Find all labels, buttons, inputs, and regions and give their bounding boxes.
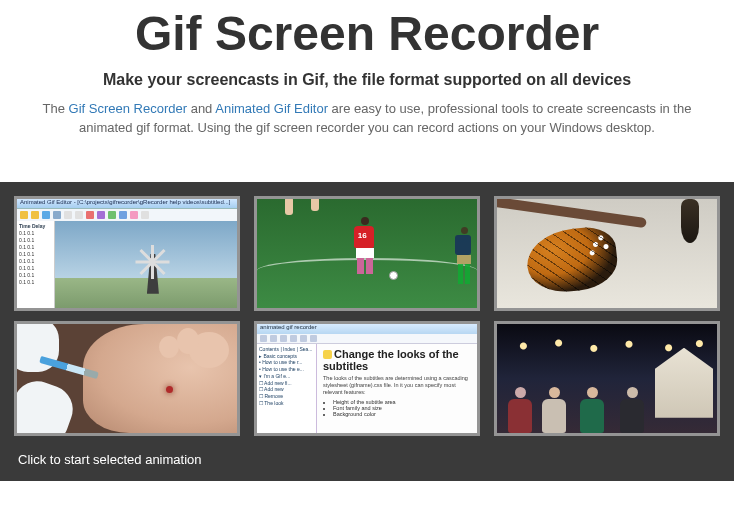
tree-item: ☐ Remove [259, 393, 314, 400]
help-content: Change the looks of the subtitles The lo… [317, 344, 477, 433]
thumbnail-soccer[interactable]: 16 [254, 196, 480, 311]
toolbar [257, 334, 477, 344]
thumbnail-medical-foot[interactable] [14, 321, 240, 436]
frame-list: Time Delay 0.1 0.10.1 0.10.1 0.10.1 0.10… [17, 221, 55, 308]
glove-icon [14, 374, 79, 435]
toolbar-icon [119, 211, 127, 219]
toolbar-icon [130, 211, 138, 219]
toolbar-icon [141, 211, 149, 219]
page-subtitle: Make your screencasts in Gif, the file f… [12, 71, 722, 89]
toolbar-icon [108, 211, 116, 219]
tree-item: ☐ The look [259, 400, 314, 407]
tree-item: ▸ Basic concepts [259, 353, 314, 360]
toolbar [17, 209, 237, 221]
window-titlebar: animated gif recorder [257, 324, 477, 334]
frame-row: 0.1 0.1 [19, 279, 52, 286]
toolbar-icon [86, 211, 94, 219]
frame-row: 0.1 0.1 [19, 237, 52, 244]
toolbar-icon [53, 211, 61, 219]
frame-row: 0.1 0.1 [19, 251, 52, 258]
animation-gallery: Animated Gif Editor - [C:\projects\gifre… [0, 182, 734, 481]
tree-item: Contents | Index | Sea... [259, 346, 314, 353]
tree-item: ☐ Add new [259, 386, 314, 393]
frame-row: 0.1 0.1 [19, 272, 52, 279]
help-tree: Contents | Index | Sea...▸ Basic concept… [257, 344, 317, 433]
window-titlebar: Animated Gif Editor - [C:\projects\gifre… [17, 199, 237, 209]
person-icon [505, 387, 535, 433]
thumbnail-editor-windmill[interactable]: Animated Gif Editor - [C:\projects\gifre… [14, 196, 240, 311]
tree-item: • How to use the e... [259, 366, 314, 373]
toolbar-icon [31, 211, 39, 219]
page-description: The Gif Screen Recorder and Animated Gif… [12, 99, 722, 138]
tree-item: • How to use the r... [259, 359, 314, 366]
thumbnail-help-subtitles[interactable]: animated gif recorder Contents | Index |… [254, 321, 480, 436]
frame-row: 0.1 0.1 [19, 230, 52, 237]
soccer-player: 16 [354, 217, 376, 267]
bullet-item: Background color [333, 411, 471, 417]
help-paragraph: The looks of the subtitles are determine… [323, 375, 471, 396]
toolbar-icon [20, 211, 28, 219]
chrysalis-icon [681, 199, 699, 243]
person-icon [539, 387, 569, 433]
help-heading: Change the looks of the subtitles [323, 348, 459, 372]
ball-icon [389, 271, 398, 280]
frame-row: 0.1 0.1 [19, 258, 52, 265]
tree-item: ▾ I'm a Gif e... [259, 373, 314, 380]
soccer-player [455, 227, 473, 287]
frame-row: 0.1 0.1 [19, 244, 52, 251]
toolbar-icon [64, 211, 72, 219]
toolbar-icon [75, 211, 83, 219]
branch-icon [494, 196, 647, 228]
recorder-link[interactable]: Gif Screen Recorder [69, 101, 188, 116]
preview-windmill [55, 221, 237, 308]
thumbnail-butterfly[interactable] [494, 196, 720, 311]
butterfly-icon [524, 224, 620, 295]
page-title: Gif Screen Recorder [12, 8, 722, 61]
list-header: Time Delay [19, 223, 52, 230]
toolbar-icon [97, 211, 105, 219]
person-icon [577, 387, 607, 433]
jersey-number: 16 [358, 231, 367, 240]
frame-row: 0.1 0.1 [19, 265, 52, 272]
tree-item: ☐ Add new fi... [259, 380, 314, 387]
desc-text: and [187, 101, 215, 116]
editor-link[interactable]: Animated Gif Editor [215, 101, 328, 116]
person-icon [617, 387, 647, 433]
thumbnail-party-night[interactable] [494, 321, 720, 436]
desc-text: The [43, 101, 69, 116]
gallery-caption: Click to start selected animation [14, 448, 720, 469]
toolbar-icon [42, 211, 50, 219]
lock-icon [323, 350, 332, 359]
